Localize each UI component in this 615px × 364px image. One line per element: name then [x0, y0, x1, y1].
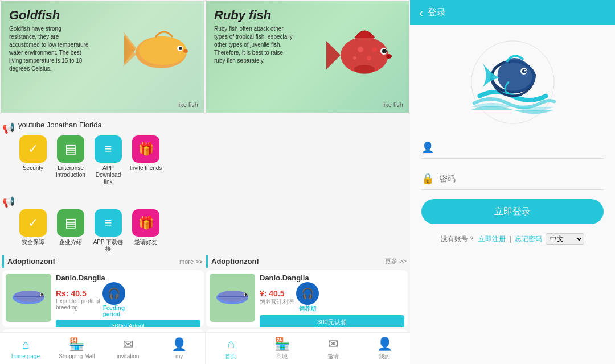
invite-friends-icon-item[interactable]: 🎁 Invite friends — [129, 135, 163, 185]
rubyfish-image — [323, 13, 406, 92]
goldfish-like[interactable]: like fish — [177, 101, 198, 108]
danio-image-en — [6, 274, 51, 322]
nav-invite-en[interactable]: ✉ invitation — [102, 333, 154, 364]
home-icon-cn: ⌂ — [227, 337, 235, 351]
username-input[interactable] — [440, 143, 604, 152]
mall-label-en: Shopping Mall — [59, 353, 95, 359]
fish-info-en-1: Danio.Dangila Rs: 40.5 Expected profit o… — [56, 274, 200, 324]
register-link[interactable]: 立即注册 — [478, 234, 506, 244]
speaker-icon-en: 📢 — [2, 122, 15, 134]
home-icon-en: ⌂ — [22, 337, 29, 352]
marquee-en: youtube Jonathan Florida — [18, 121, 408, 129]
goldfish-card: Goldfish Goldfish have strong resistance… — [1, 1, 204, 113]
invite-friends-icon-box: 🎁 — [132, 135, 159, 163]
goldfish-desc: Goldfish have strong resistance, they ar… — [1, 25, 98, 73]
svg-point-7 — [183, 49, 188, 53]
cn-icon-section: 📢 — [0, 188, 410, 209]
mall-label-cn: 商城 — [276, 353, 288, 361]
fish-thumb-en-1 — [6, 274, 51, 322]
cn-invite-friends-label: 邀请好友 — [134, 239, 157, 246]
security-label: Security — [23, 165, 43, 172]
back-button[interactable]: ‹ — [419, 6, 423, 19]
more-link-cn[interactable]: 更多 >> — [385, 257, 407, 266]
svg-point-17 — [354, 65, 375, 74]
home-label-cn: 首页 — [225, 353, 236, 361]
fish-name-en-1: Danio.Dangila — [56, 274, 200, 282]
nav-mall-en[interactable]: 🏪 Shopping Mall — [51, 333, 102, 364]
enterprise-icon-item[interactable]: ▤ Enterprise introduction — [54, 135, 88, 185]
fish-name-cn-1: Danio.Dangila — [260, 274, 404, 282]
adoption-header-cn: Adoptionzonf 更多 >> — [206, 255, 408, 268]
cn-invite-friends-icon-item[interactable]: 🎁 邀请好友 — [129, 209, 163, 253]
adoption-header-en: Adoptionzonf more >> — [2, 255, 204, 268]
nav-home-cn[interactable]: ⌂ 首页 — [205, 333, 257, 364]
adoption-section: Adoptionzonf more >> Danio.Dangila — [0, 255, 410, 332]
login-title: 登录 — [428, 7, 446, 19]
password-field: 🔒 — [421, 168, 604, 190]
bottom-links: 没有账号？ 立即注册 | 忘记密码 中文 English — [441, 233, 584, 245]
password-input[interactable] — [440, 174, 604, 183]
security-icon-box: ✓ — [19, 135, 47, 163]
speaker-icon-cn: 📢 — [2, 196, 15, 208]
feeding-period-en-1: Feedingperiod — [103, 305, 125, 317]
headset-icon-cn-1[interactable]: 🎧 — [296, 282, 319, 305]
fish-item-cn-1: Danio.Dangila ¥: 40.5 饲养预计利润 🎧 饲养期 300元认… — [206, 270, 408, 327]
login-button[interactable]: 立即登录 — [421, 199, 604, 224]
bottom-nav: ⌂ home page 🏪 Shopping Mall ✉ invitation… — [0, 332, 410, 364]
adopt-btn-en-1[interactable]: 300rs Adopt — [56, 320, 200, 327]
en-icon-section: 📢 youtube Jonathan Florida — [0, 114, 410, 135]
forgot-password-link[interactable]: 忘记密码 — [515, 234, 542, 244]
nav-my-en[interactable]: 👤 my — [154, 333, 205, 364]
svg-point-12 — [372, 47, 377, 52]
fish-meta-cn-1: 饲养预计利润 — [260, 298, 294, 306]
cn-enterprise-icon-box: ▤ — [57, 209, 84, 237]
lock-icon: 🔒 — [421, 172, 434, 185]
home-label-en: home page — [11, 353, 40, 359]
adopt-btn-cn-1[interactable]: 300元认领 — [260, 315, 404, 327]
svg-point-45 — [524, 69, 526, 71]
security-icon-item[interactable]: ✓ Security — [16, 135, 50, 185]
separator: | — [509, 235, 511, 243]
headset-icon-en-1[interactable]: 🎧 — [102, 282, 125, 305]
login-panel: ‹ 登录 — [410, 0, 615, 364]
logo-svg — [469, 38, 557, 126]
svg-point-6 — [179, 47, 182, 50]
invite-friends-label: Invite friends — [130, 165, 162, 172]
feeding-period-cn-1: 饲养期 — [299, 305, 316, 313]
language-select[interactable]: 中文 English — [546, 233, 584, 245]
goldfish-image — [118, 10, 198, 89]
svg-point-10 — [367, 56, 371, 60]
my-icon-cn: 👤 — [377, 337, 392, 351]
enterprise-label: Enterprise introduction — [54, 165, 88, 179]
my-label-en: my — [175, 353, 183, 359]
rubyfish-like[interactable]: like fish — [382, 101, 403, 108]
cn-security-icon-box: ✓ — [19, 209, 47, 237]
nav-my-cn[interactable]: 👤 我的 — [359, 333, 410, 364]
my-icon-en: 👤 — [171, 337, 187, 352]
more-link-en[interactable]: more >> — [179, 258, 203, 265]
app-download-icon-box: ≡ — [95, 135, 122, 163]
app-logo — [467, 36, 558, 127]
fish-price-en-1: Rs: 40.5 — [56, 289, 100, 298]
rubyfish-desc: Ruby fish often attack other types of tr… — [206, 25, 303, 65]
invite-icon-en: ✉ — [123, 337, 133, 352]
svg-marker-13 — [326, 41, 341, 69]
cn-security-icon-item[interactable]: ✓ 安全保障 — [16, 209, 50, 253]
invite-icon-cn: ✉ — [328, 337, 338, 351]
fish-info-cn-1: Danio.Dangila ¥: 40.5 饲养预计利润 🎧 饲养期 300元认… — [260, 274, 404, 324]
nav-home-en[interactable]: ⌂ home page — [0, 333, 51, 364]
cn-app-download-icon-box: ≡ — [95, 209, 122, 237]
mall-icon-cn: 🏪 — [274, 337, 290, 351]
danio-image-cn — [210, 274, 255, 322]
invite-label-en: invitation — [117, 353, 139, 359]
fish-meta-en-1: Expected profit ofbreeding — [56, 298, 100, 311]
adoption-col-en: Adoptionzonf more >> Danio.Dangila — [2, 255, 204, 332]
cn-security-label: 安全保障 — [22, 239, 44, 246]
app-download-icon-item[interactable]: ≡ APP Download link — [91, 135, 125, 185]
cn-app-download-icon-item[interactable]: ≡ APP 下载链接 — [91, 209, 125, 253]
cn-enterprise-icon-item[interactable]: ▤ 企业介绍 — [54, 209, 88, 253]
nav-invite-cn[interactable]: ✉ 邀请 — [308, 333, 359, 364]
login-header: ‹ 登录 — [410, 0, 615, 25]
nav-mall-cn[interactable]: 🏪 商城 — [256, 333, 308, 364]
svg-point-23 — [41, 293, 43, 296]
